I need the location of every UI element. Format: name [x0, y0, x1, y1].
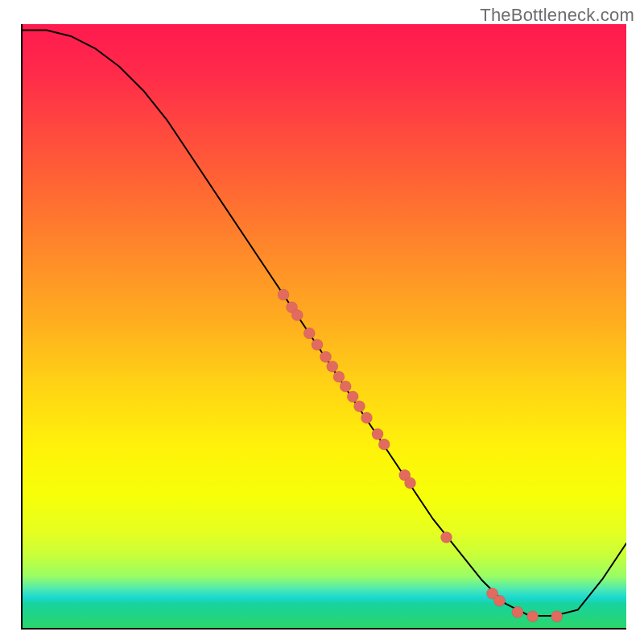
data-marker	[333, 371, 345, 382]
data-marker	[340, 381, 351, 392]
data-marker	[347, 391, 358, 402]
data-marker	[312, 339, 323, 350]
data-marker	[440, 531, 452, 543]
data-marker	[404, 477, 415, 489]
data-marker	[327, 361, 338, 372]
data-marker	[361, 412, 372, 423]
data-marker	[512, 606, 523, 617]
data-marker	[320, 351, 331, 362]
chart-overlay-svg	[23, 24, 626, 628]
markers-group	[278, 289, 563, 622]
data-marker	[551, 611, 563, 622]
data-marker	[378, 439, 390, 450]
data-marker	[493, 595, 505, 606]
data-marker	[527, 611, 539, 622]
data-marker	[372, 428, 383, 440]
data-marker	[291, 309, 303, 320]
bottleneck-curve	[23, 30, 626, 616]
plot-area	[21, 24, 626, 630]
data-marker	[303, 328, 315, 339]
watermark-text: TheBottleneck.com	[480, 5, 634, 26]
data-marker	[278, 289, 289, 300]
data-marker	[353, 401, 365, 412]
